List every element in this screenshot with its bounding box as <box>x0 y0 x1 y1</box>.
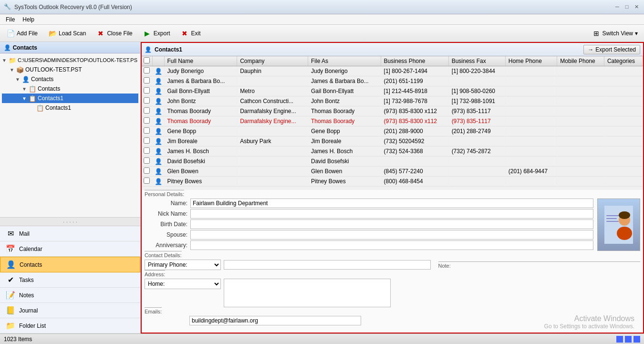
cell-file-as: Jim Boreale <box>308 136 381 146</box>
cell-company: Metro <box>237 86 308 96</box>
anniversary-input[interactable] <box>190 240 593 250</box>
table-row[interactable]: 👤 Gail Bonn-Ellyatt Metro Gail Bonn-Elly… <box>142 86 643 96</box>
cell-name: James & Barbara Bo... <box>164 76 237 86</box>
table-row[interactable]: 👤 Judy Bonerigo Dauphin Judy Bonerigo [1… <box>142 66 643 76</box>
contacts-table-container[interactable]: Full Name Company File As Business Phone… <box>142 56 643 190</box>
title-text: SysTools Outlook Recovery v8.0 (Full Ver… <box>14 4 640 10</box>
exit-button[interactable]: ✖ Exit <box>176 27 205 40</box>
tree-root[interactable]: ▼ 📁 C:\USERS\ADMIN\DESKTOP\OUTLOOK-TEST.… <box>2 55 138 65</box>
table-row[interactable]: 👤 Jim Boreale Asbury Park Jim Boreale (7… <box>142 136 643 146</box>
row-checkbox[interactable] <box>144 87 150 94</box>
tree-contacts-1[interactable]: ▼ 👤 Contacts <box>2 74 138 84</box>
row-checkbox[interactable] <box>144 127 150 134</box>
cell-home-phone <box>505 106 557 116</box>
cell-categories <box>604 136 643 146</box>
nick-name-input[interactable] <box>190 209 593 219</box>
cell-name: Gene Bopp <box>164 126 237 136</box>
row-icon: 👤 <box>155 138 162 145</box>
cell-mobile-phone <box>557 167 604 177</box>
menu-file[interactable]: File <box>2 15 19 24</box>
row-checkbox[interactable] <box>144 117 150 124</box>
anniversary-row: Anniversary: <box>145 240 593 250</box>
row-checkbox[interactable] <box>144 107 150 114</box>
email-input[interactable] <box>189 316 361 325</box>
table-row[interactable]: 👤 David Bosefski David Bosefski <box>142 156 643 167</box>
row-icon: 👤 <box>155 158 162 165</box>
minimize-button[interactable]: ─ <box>613 3 621 10</box>
spouse-input[interactable] <box>190 230 593 240</box>
row-icon: 👤 <box>155 98 162 105</box>
cell-name: Judy Bonerigo <box>164 66 237 76</box>
folder-icon: 📁 <box>9 56 16 64</box>
cell-home-phone <box>505 156 557 167</box>
switch-view-icon: ⊞ <box>592 29 601 38</box>
load-scan-button[interactable]: 📂 Load Scan <box>44 27 90 40</box>
row-checkbox[interactable] <box>144 97 150 104</box>
row-icon: 👤 <box>155 108 162 115</box>
table-row[interactable]: 👤 Thomas Boorady Darmafalsky Engine... T… <box>142 106 643 116</box>
table-row[interactable]: 👤 Glen Bowen Glen Bowen (845) 577-2240 (… <box>142 167 643 177</box>
tree-area[interactable]: ▼ 📁 C:\USERS\ADMIN\DESKTOP\OUTLOOK-TEST.… <box>0 53 140 217</box>
row-checkbox[interactable] <box>144 137 150 144</box>
row-icon: 👤 <box>155 168 162 175</box>
nav-contacts[interactable]: 👤 Contacts <box>0 257 140 272</box>
table-header-row: Full Name Company File As Business Phone… <box>142 56 643 66</box>
add-file-button[interactable]: 📄 Add File <box>2 27 42 40</box>
tree-contacts1-selected[interactable]: ▼ 📋 Contacts1 <box>2 94 138 103</box>
table-row[interactable]: 👤 Thomas Boorady Darmafalsky Engine... T… <box>142 116 643 126</box>
export-icon: ▶ <box>143 29 152 38</box>
cell-company <box>237 167 308 177</box>
cell-name: Gail Bonn-Ellyatt <box>164 86 237 96</box>
nav-tasks[interactable]: ✔ Tasks <box>0 272 140 288</box>
row-checkbox[interactable] <box>144 147 150 154</box>
close-file-button[interactable]: ✖ Close File <box>92 27 136 40</box>
cell-categories <box>604 156 643 167</box>
export-button[interactable]: ▶ Export <box>139 27 175 40</box>
row-checkbox[interactable] <box>144 157 150 164</box>
tree-contacts-2[interactable]: ▼ 📋 Contacts <box>2 84 138 94</box>
address-type-select[interactable]: Home: <box>145 279 221 289</box>
cell-home-phone <box>505 126 557 136</box>
table-row[interactable]: 👤 Gene Bopp Gene Bopp (201) 288-9000 (20… <box>142 126 643 136</box>
sidebar-contacts-icon: 👤 <box>4 44 11 51</box>
note-section: Note: <box>434 261 641 269</box>
table-row[interactable]: 👤 James & Barbara Bo... James & Barbara … <box>142 76 643 86</box>
maximize-button[interactable]: □ <box>623 3 631 10</box>
cell-categories <box>604 146 643 156</box>
tree-contacts-label-2: Contacts <box>38 85 60 92</box>
status-block-1 <box>616 336 623 343</box>
birth-date-input[interactable] <box>190 219 593 229</box>
cell-name: Jim Boreale <box>164 136 237 146</box>
row-checkbox[interactable] <box>144 167 150 174</box>
select-all-checkbox[interactable] <box>144 57 150 63</box>
nav-notes[interactable]: 📝 Notes <box>0 288 140 303</box>
cell-mobile-phone <box>557 177 604 187</box>
row-checkbox[interactable] <box>144 67 150 73</box>
cell-mobile-phone <box>557 116 604 126</box>
switch-view-button[interactable]: ⊞ Switch View ▾ <box>588 27 642 40</box>
table-row[interactable]: 👤 Pitney Bowes Pitney Bowes (800) 468-84… <box>142 177 643 187</box>
address-section: Address: <box>142 271 643 278</box>
status-bar: 1023 Items <box>0 334 644 344</box>
address-textarea[interactable] <box>224 279 391 307</box>
menu-help[interactable]: Help <box>19 15 38 24</box>
export-selected-button[interactable]: → Export Selected <box>583 45 640 54</box>
row-icon: 👤 <box>155 78 162 85</box>
tree-pst-file[interactable]: ▼ 📦 OUTLOOK-TEST.PST <box>2 65 138 74</box>
nav-calendar[interactable]: 📅 Calendar <box>0 241 140 257</box>
table-row[interactable]: 👤 James H. Bosch James H. Bosch (732) 52… <box>142 146 643 156</box>
close-button[interactable]: ✕ <box>633 3 640 10</box>
tree-contacts1-child[interactable]: 📋 Contacts1 <box>2 103 138 113</box>
nav-folder-list[interactable]: 📁 Folder List <box>0 318 140 334</box>
cell-business-phone <box>381 156 448 167</box>
primary-phone-input[interactable] <box>224 260 431 270</box>
row-checkbox[interactable] <box>144 177 150 184</box>
table-row[interactable]: 👤 John Bontz Cathcon Constructi... John … <box>142 96 643 106</box>
nav-journal[interactable]: 📒 Journal <box>0 303 140 318</box>
nav-mail[interactable]: ✉ Mail <box>0 226 140 241</box>
name-input[interactable] <box>190 198 593 208</box>
sidebar-scroll[interactable]: · · · · · <box>0 217 140 226</box>
cell-business-fax: (973) 835-1117 <box>448 116 505 126</box>
row-checkbox[interactable] <box>144 77 150 83</box>
primary-phone-select[interactable]: Primary Phone: <box>145 260 221 270</box>
